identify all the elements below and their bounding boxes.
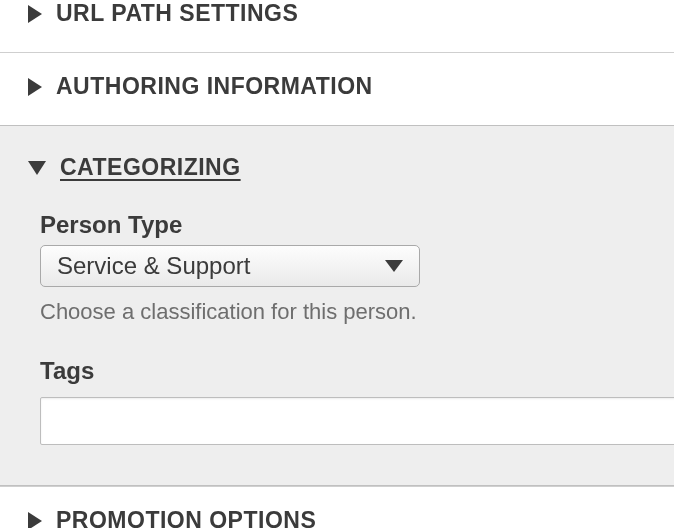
section-title: CATEGORIZING	[60, 154, 241, 181]
section-promotion-options: PROMOTION OPTIONS	[0, 486, 674, 528]
field-person-type: Person Type Service & Support Choose a c…	[40, 211, 634, 325]
tags-input[interactable]	[40, 397, 674, 445]
field-tags: Tags	[40, 357, 634, 445]
chevron-down-icon	[28, 161, 46, 175]
chevron-right-icon	[28, 78, 42, 96]
section-authoring-information: AUTHORING INFORMATION	[0, 52, 674, 125]
person-type-label: Person Type	[40, 211, 634, 239]
tags-label: Tags	[40, 357, 634, 385]
section-body: Person Type Service & Support Choose a c…	[28, 181, 646, 445]
section-header-url-path[interactable]: URL PATH SETTINGS	[28, 0, 646, 27]
section-title: PROMOTION OPTIONS	[56, 507, 316, 528]
section-header-categorizing[interactable]: CATEGORIZING	[28, 154, 646, 181]
person-type-value: Service & Support	[57, 252, 250, 280]
chevron-down-icon	[385, 260, 403, 272]
section-header-promotion[interactable]: PROMOTION OPTIONS	[28, 507, 646, 528]
person-type-help: Choose a classification for this person.	[40, 299, 634, 325]
section-title: URL PATH SETTINGS	[56, 0, 298, 27]
section-title: AUTHORING INFORMATION	[56, 73, 373, 100]
section-url-path-settings: URL PATH SETTINGS	[0, 0, 674, 52]
section-categorizing: CATEGORIZING Person Type Service & Suppo…	[0, 125, 674, 486]
person-type-select[interactable]: Service & Support	[40, 245, 420, 287]
section-header-authoring[interactable]: AUTHORING INFORMATION	[28, 73, 646, 100]
chevron-right-icon	[28, 5, 42, 23]
chevron-right-icon	[28, 512, 42, 529]
